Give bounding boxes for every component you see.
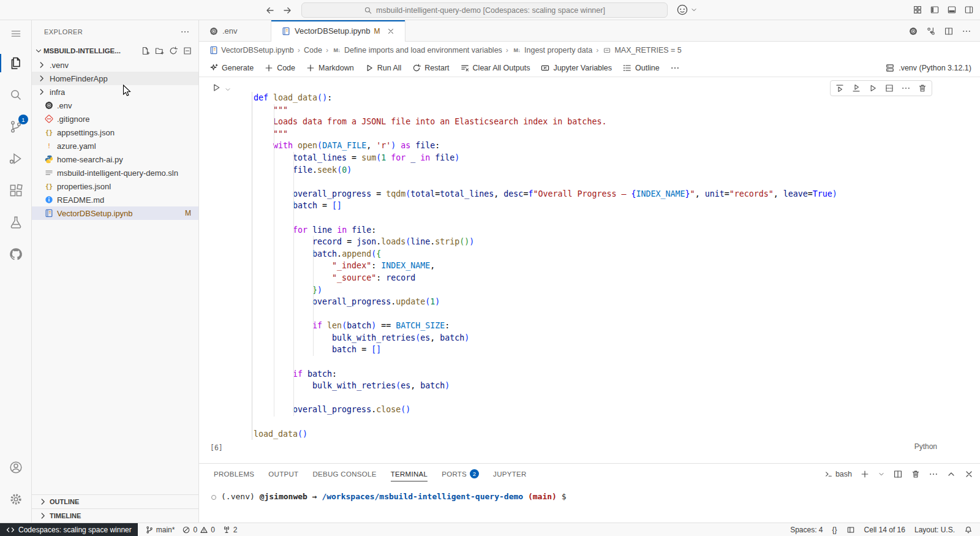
toggle-sidebar-icon[interactable] [930, 5, 940, 15]
toolbar-run-all-button[interactable]: Run All [364, 63, 402, 73]
code-line[interactable]: "_source": record [254, 272, 938, 284]
code-line[interactable] [254, 392, 938, 404]
forward-button[interactable] [281, 4, 294, 17]
notebook-settings-icon[interactable] [908, 26, 918, 36]
file-item-home-search-ai.py[interactable]: home-search-ai.py [32, 153, 198, 166]
code-line[interactable]: bulk_with_retries(es, batch) [254, 332, 938, 344]
terminal-dropdown-icon[interactable] [878, 470, 885, 478]
more-actions-icon[interactable] [180, 27, 190, 37]
ports-indicator[interactable]: 2 [222, 526, 238, 534]
execute-below-icon[interactable] [851, 83, 861, 93]
code-line[interactable]: }) [254, 284, 938, 296]
notifications-bell[interactable] [964, 526, 973, 534]
split-cell-icon[interactable] [884, 83, 894, 93]
code-line[interactable] [254, 416, 938, 428]
customize-layout-icon[interactable] [913, 5, 922, 15]
branch-indicator[interactable]: main* [145, 526, 175, 534]
code-line[interactable]: load_data() [254, 428, 938, 440]
back-button[interactable] [263, 4, 277, 17]
sidebar-item-search[interactable] [0, 79, 31, 111]
panel-tab-terminal[interactable]: TERMINAL [391, 464, 428, 484]
code-line[interactable]: Loads data from a JSONL file into an Ela… [254, 116, 938, 128]
terminal-view[interactable]: (.venv) @jsimonweb → /workspaces/msbuild… [199, 484, 980, 501]
toolbar-more-button[interactable] [670, 63, 680, 73]
toolbar-generate-button[interactable]: Generate [209, 63, 254, 73]
brackets-indicator[interactable]: {} [832, 526, 837, 534]
copilot-button[interactable] [676, 4, 698, 16]
breadcrumb-item[interactable]: M↓Define imports and load environment va… [332, 45, 502, 55]
file-item-azure.yaml[interactable]: !azure.yaml [32, 139, 198, 153]
breadcrumb-item[interactable]: MAX_RETRIES = 5 [602, 45, 681, 55]
breadcrumb-item[interactable]: Code [304, 46, 322, 55]
split-editor-icon[interactable] [944, 26, 954, 36]
code-line[interactable]: if len(batch) == BATCH_SIZE: [254, 320, 938, 332]
settings-button[interactable] [0, 483, 31, 515]
file-item-appsettings.json[interactable]: {}appsettings.json [32, 126, 198, 139]
toolbar-jupyter-variables-button[interactable]: Jupyter Variables [540, 63, 612, 73]
delete-cell-icon[interactable] [918, 83, 927, 93]
file-item-VectorDBSetup.ipynb[interactable]: VectorDBSetup.ipynbM [32, 206, 198, 220]
toolbar-code-button[interactable]: Code [264, 63, 295, 73]
code-line[interactable]: bulk_with_retries(es, batch) [254, 380, 938, 392]
sidebar-item-run-debug[interactable] [0, 143, 31, 175]
code-line[interactable]: if batch: [254, 368, 938, 380]
sidebar-item-github[interactable] [0, 238, 31, 270]
cell-language-picker[interactable]: Python [914, 442, 937, 451]
new-folder-icon[interactable] [154, 46, 164, 56]
file-item-.env[interactable]: .env [32, 99, 198, 112]
more-actions-icon[interactable] [929, 469, 938, 479]
file-item-infra[interactable]: infra [32, 85, 198, 99]
code-line[interactable] [254, 308, 938, 320]
run-cell-dropdown[interactable] [224, 84, 232, 93]
code-line[interactable]: for line in file: [254, 224, 938, 236]
tab-.env[interactable]: .env [199, 20, 271, 42]
code-line[interactable]: """ [254, 104, 938, 116]
layout-indicator[interactable] [846, 526, 855, 534]
code-line[interactable]: overall_progress = tqdm(total=total_line… [254, 188, 938, 200]
refresh-icon[interactable] [168, 46, 178, 56]
kernel-picker[interactable]: .venv (Python 3.12.1) [885, 63, 971, 73]
file-item-properties.jsonl[interactable]: {}properties.jsonl [32, 179, 198, 193]
code-line[interactable]: """ [254, 128, 938, 140]
section-timeline[interactable]: TIMELINE [32, 508, 198, 523]
more-actions-icon[interactable] [901, 83, 911, 93]
command-center[interactable]: msbuild-intelligent-query-demo [Codespac… [301, 2, 668, 18]
collapse-all-icon[interactable] [183, 46, 192, 56]
breadcrumb-item[interactable]: VectorDBSetup.ipynb [209, 45, 294, 55]
notebook-cell[interactable]: def load_data(): """ Loads data from a J… [252, 92, 938, 440]
toolbar-outline-button[interactable]: Outline [622, 63, 660, 73]
kill-terminal-icon[interactable] [911, 469, 921, 479]
code-line[interactable]: batch = [] [254, 344, 938, 356]
sidebar-item-source-control[interactable]: 1 [0, 111, 31, 143]
accounts-button[interactable] [0, 451, 31, 483]
split-terminal-icon[interactable] [893, 469, 903, 479]
more-actions-icon[interactable] [962, 26, 971, 36]
run-cell-button[interactable] [211, 82, 222, 93]
execute-above-icon[interactable] [835, 83, 845, 93]
maximize-panel-icon[interactable] [946, 469, 956, 479]
code-line[interactable]: overall_progress.close() [254, 404, 938, 416]
cell-code[interactable]: def load_data(): """ Loads data from a J… [254, 92, 938, 440]
indent-indicator[interactable]: Spaces: 4 [790, 526, 823, 534]
code-line[interactable]: batch.append({ [254, 248, 938, 260]
code-line[interactable]: record = json.loads(line.strip()) [254, 236, 938, 248]
code-line[interactable]: overall_progress.update(1) [254, 296, 938, 308]
close-panel-icon[interactable] [964, 469, 974, 479]
file-item-.venv[interactable]: .venv [32, 58, 198, 72]
code-line[interactable]: file.seek(0) [254, 164, 938, 176]
toolbar-markdown-button[interactable]: Markdown [306, 63, 354, 73]
toggle-panel-icon[interactable] [947, 5, 957, 15]
file-item-.gitignore[interactable]: .gitignore [32, 112, 198, 126]
terminal-shell-button[interactable]: bash [824, 470, 852, 478]
panel-tab-problems[interactable]: PROBLEMS [214, 464, 254, 484]
section-outline[interactable]: OUTLINE [32, 494, 198, 508]
code-line[interactable]: "_index": INDEX_NAME, [254, 260, 938, 272]
workspace-root[interactable]: MSBUILD-INTELLIGE... [32, 43, 198, 58]
code-line[interactable] [254, 176, 938, 188]
file-item-HomeFinderApp[interactable]: HomeFinderApp [32, 72, 198, 85]
keyboard-layout-indicator[interactable]: Layout: U.S. [914, 526, 955, 534]
code-line[interactable]: total_lines = sum(1 for _ in file) [254, 152, 938, 164]
sidebar-item-explorer[interactable] [0, 47, 31, 79]
panel-tab-debug-console[interactable]: DEBUG CONSOLE [312, 464, 376, 484]
tab-VectorDBSetup.ipynb[interactable]: VectorDBSetup.ipynbM [271, 20, 405, 42]
